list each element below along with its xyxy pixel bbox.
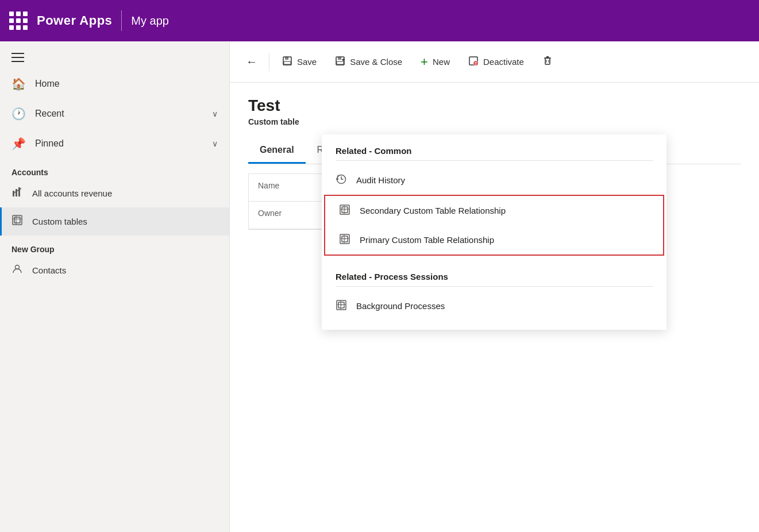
record-title: Test — [248, 97, 741, 115]
deactivate-label: Deactivate — [483, 57, 524, 67]
related-dropdown: Related - Common Audit History — [322, 134, 666, 330]
record-subtitle: Custom table — [248, 117, 741, 126]
svg-rect-2 — [18, 187, 20, 196]
sidebar-item-recent[interactable]: 🕐 Recent ∨ — [0, 99, 229, 129]
sidebar-section-new-group: New Group — [0, 236, 229, 256]
dropdown-item-background-processes[interactable]: Background Processes — [322, 291, 666, 321]
svg-rect-34 — [344, 238, 346, 240]
svg-rect-10 — [285, 57, 288, 60]
new-label: New — [433, 57, 450, 67]
dropdown-divider-2 — [336, 286, 653, 287]
primary-custom-icon — [339, 233, 350, 246]
svg-rect-13 — [338, 57, 341, 60]
app-launcher-icon[interactable] — [9, 11, 28, 30]
dropdown-section-common-title: Related - Common — [322, 134, 666, 160]
svg-rect-11 — [284, 61, 291, 64]
chevron-down-icon: ∨ — [212, 109, 218, 118]
top-bar: Power Apps My app — [0, 0, 759, 41]
toolbar: ← Save — [230, 41, 759, 83]
save-button[interactable]: Save — [274, 51, 325, 72]
dropdown-item-audit-history[interactable]: Audit History — [322, 165, 666, 195]
new-button[interactable]: + New — [413, 51, 458, 73]
deactivate-button[interactable]: Deactivate — [460, 51, 532, 72]
sidebar-hamburger-btn[interactable] — [0, 46, 229, 69]
background-processes-icon — [336, 299, 347, 313]
sidebar-pinned-label: Pinned — [35, 138, 64, 149]
app-name: My app — [131, 14, 169, 28]
sidebar-item-all-accounts[interactable]: All accounts revenue — [0, 179, 229, 207]
tab-general[interactable]: General — [248, 138, 306, 164]
custom-tables-label: Custom tables — [32, 217, 87, 226]
hamburger-icon — [11, 53, 24, 62]
save-icon — [282, 56, 292, 68]
save-close-button[interactable]: Save & Close — [327, 51, 410, 72]
delete-button[interactable] — [534, 51, 561, 72]
deactivate-icon — [468, 56, 479, 68]
primary-custom-label: Primary Custom Table Relationship — [360, 235, 494, 245]
header-divider — [121, 10, 122, 31]
audit-history-label: Audit History — [356, 175, 405, 185]
secondary-custom-label: Secondary Custom Table Relationship — [360, 206, 506, 215]
dropdown-divider-1 — [336, 160, 653, 161]
svg-rect-39 — [340, 304, 342, 306]
sidebar-home-label: Home — [35, 79, 60, 89]
svg-rect-19 — [545, 58, 550, 64]
recent-icon: 🕐 — [11, 107, 26, 121]
dropdown-item-primary-custom[interactable]: Primary Custom Table Relationship — [325, 225, 663, 255]
page-content: Test Custom table General Related Name — [230, 83, 759, 532]
accounts-revenue-icon — [11, 186, 23, 201]
sidebar-item-pinned[interactable]: 📌 Pinned ∨ — [0, 129, 229, 159]
svg-rect-29 — [344, 209, 346, 211]
dropdown-section-process-title: Related - Process Sessions — [322, 260, 666, 286]
secondary-custom-icon — [339, 204, 350, 217]
svg-rect-1 — [16, 189, 17, 196]
delete-icon — [542, 56, 553, 68]
svg-rect-14 — [337, 61, 344, 64]
audit-history-icon — [336, 174, 347, 187]
sidebar-item-home[interactable]: 🏠 Home — [0, 69, 229, 99]
home-icon: 🏠 — [11, 77, 26, 91]
main-layout: 🏠 Home 🕐 Recent ∨ 📌 Pinned ∨ Accounts — [0, 41, 759, 532]
chevron-down-icon-2: ∨ — [212, 139, 218, 148]
toolbar-separator-1 — [269, 53, 269, 71]
brand-title: Power Apps — [37, 13, 112, 28]
pin-icon: 📌 — [11, 137, 26, 151]
content-area: ← Save — [230, 41, 759, 532]
dropdown-item-secondary-custom[interactable]: Secondary Custom Table Relationship — [325, 196, 663, 225]
highlighted-items-group: Secondary Custom Table Relationship — [324, 195, 664, 256]
all-accounts-label: All accounts revenue — [32, 188, 112, 198]
new-icon: + — [421, 56, 428, 68]
svg-rect-3 — [21, 190, 22, 190]
sidebar-item-contacts[interactable]: Contacts — [0, 256, 229, 284]
contacts-label: Contacts — [32, 265, 66, 275]
custom-tables-icon — [11, 214, 23, 229]
sidebar-recent-label: Recent — [35, 109, 64, 119]
sidebar-section-accounts: Accounts — [0, 159, 229, 179]
save-label: Save — [297, 57, 317, 67]
sidebar-item-custom-tables[interactable]: Custom tables — [0, 207, 229, 236]
svg-rect-5 — [14, 217, 20, 223]
save-close-label: Save & Close — [350, 57, 402, 67]
save-close-icon — [335, 56, 345, 68]
contacts-icon — [11, 263, 23, 277]
back-button[interactable]: ← — [239, 51, 264, 73]
sidebar: 🏠 Home 🕐 Recent ∨ 📌 Pinned ∨ Accounts — [0, 41, 230, 532]
background-processes-label: Background Processes — [356, 301, 445, 311]
